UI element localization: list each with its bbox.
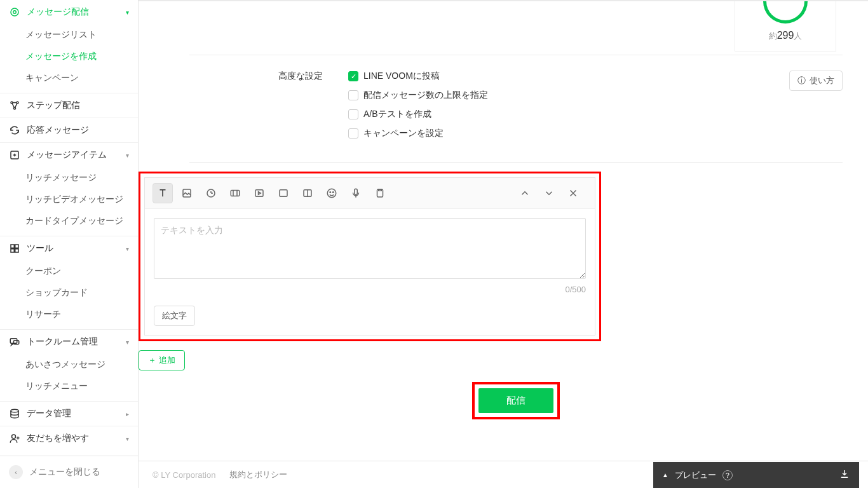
- grid-icon: [9, 243, 20, 254]
- chevron-down-icon: ▾: [126, 9, 129, 16]
- message-textarea[interactable]: [154, 218, 586, 279]
- checkbox-campaign[interactable]: キャンペーンを設定: [348, 128, 789, 139]
- tool-coupon-button[interactable]: [225, 183, 245, 203]
- nav-label: メッセージアイテム: [27, 149, 126, 161]
- tool-richvideo-button[interactable]: [297, 183, 318, 203]
- help-icon: ?: [722, 470, 733, 480]
- close-block-button[interactable]: [563, 183, 583, 203]
- advanced-settings-label: 高度な設定: [189, 71, 348, 147]
- add-friend-icon: [9, 433, 20, 444]
- send-button[interactable]: 配信: [478, 388, 553, 413]
- sidebar-item-rich-message[interactable]: リッチメッセージ: [0, 167, 138, 189]
- svg-point-12: [11, 409, 18, 412]
- sidebar-item-rich-video[interactable]: リッチビデオメッセージ: [0, 189, 138, 210]
- svg-point-4: [14, 107, 16, 109]
- sidebar-item-message-list[interactable]: メッセージリスト: [0, 24, 138, 46]
- svg-point-1: [11, 8, 18, 16]
- svg-rect-17: [255, 190, 263, 197]
- nav-section-broadcast[interactable]: メッセージ配信 ▾: [0, 0, 138, 24]
- sidebar-item-coupon[interactable]: クーポン: [0, 261, 138, 282]
- policy-link[interactable]: 規約とポリシー: [229, 469, 287, 480]
- plus-icon: ＋: [148, 355, 156, 366]
- nav-section-message-items[interactable]: メッセージアイテム ▾: [0, 143, 138, 167]
- tool-voice-button[interactable]: [346, 183, 366, 203]
- tool-stamp-button[interactable]: [201, 183, 221, 203]
- nav-label: 友だちを増やす: [27, 433, 126, 444]
- sidebar-item-campaign[interactable]: キャンペーン: [0, 67, 138, 89]
- sidebar-item-greeting[interactable]: あいさつメッセージ: [0, 354, 138, 376]
- chevron-down-icon: ▾: [126, 245, 129, 252]
- nav-section-tools[interactable]: ツール ▾: [0, 236, 138, 261]
- tool-richmsg-button[interactable]: [273, 183, 294, 203]
- sidebar-item-rich-menu[interactable]: リッチメニュー: [0, 376, 138, 397]
- char-counter: 0/500: [154, 285, 586, 294]
- checkbox-label: A/Bテストを作成: [363, 109, 431, 120]
- editor-toolbar: [145, 178, 595, 209]
- move-up-button[interactable]: [515, 183, 535, 203]
- sidebar: メッセージ配信 ▾ メッセージリスト メッセージを作成 キャンペーン ステップ配…: [0, 0, 139, 488]
- copyright-text: © LY Corporation: [153, 470, 215, 480]
- tool-survey-button[interactable]: [370, 183, 390, 203]
- svg-rect-9: [15, 249, 18, 252]
- chevron-down-icon: ▾: [126, 339, 129, 346]
- tool-video-button[interactable]: [249, 183, 269, 203]
- chat-icon: [9, 336, 20, 348]
- tool-image-button[interactable]: [177, 183, 197, 203]
- sidebar-item-add-guide[interactable]: 友だち追加ガイド: [0, 451, 138, 456]
- sidebar-item-message-create[interactable]: メッセージを作成: [0, 46, 138, 67]
- checkbox-label: LINE VOOMに投稿: [363, 71, 440, 82]
- message-editor: 0/500 絵文字: [144, 177, 595, 336]
- add-box-icon: [9, 149, 20, 161]
- svg-rect-7: [15, 245, 18, 248]
- database-icon: [9, 408, 20, 419]
- nav-section-grow-friends[interactable]: 友だちを増やす ▾: [0, 426, 138, 451]
- sidebar-collapse-button[interactable]: ‹ メニューを閉じる: [0, 456, 138, 488]
- nav-label: 応答メッセージ: [27, 125, 129, 136]
- add-label: 追加: [159, 355, 175, 366]
- add-block-button[interactable]: ＋ 追加: [139, 350, 185, 370]
- sidebar-item-research[interactable]: リサーチ: [0, 304, 138, 325]
- main: 約299人 高度な設定 ✓ LINE VOOMに投稿: [139, 0, 868, 488]
- checkbox-icon: ✓: [348, 71, 358, 81]
- usage-button[interactable]: ⓘ 使い方: [789, 71, 843, 91]
- svg-rect-8: [11, 249, 14, 252]
- nav-section-auto-response[interactable]: 応答メッセージ: [0, 118, 138, 142]
- sidebar-close-label: メニューを閉じる: [29, 466, 100, 478]
- svg-rect-18: [280, 190, 287, 197]
- checkbox-icon: [348, 109, 358, 119]
- sidebar-item-shop-card[interactable]: ショップカード: [0, 282, 138, 304]
- usage-label: 使い方: [810, 75, 834, 86]
- reply-icon: [9, 125, 20, 136]
- nav-label: ステップ配信: [27, 100, 129, 111]
- download-icon[interactable]: [839, 468, 850, 482]
- svg-point-22: [333, 192, 334, 193]
- emoji-insert-button[interactable]: 絵文字: [154, 306, 195, 326]
- sidebar-item-card-type[interactable]: カードタイプメッセージ: [0, 210, 138, 232]
- chevron-down-icon: ▾: [126, 435, 129, 442]
- checkbox-label: キャンペーンを設定: [363, 128, 444, 139]
- preview-bar[interactable]: ▲ プレビュー ?: [653, 462, 859, 488]
- svg-point-3: [17, 102, 18, 104]
- svg-point-21: [330, 192, 331, 193]
- nav-section-step[interactable]: ステップ配信: [0, 93, 138, 118]
- checkbox-icon: [348, 90, 358, 100]
- reach-count-text: 約299人: [769, 30, 803, 42]
- nav-section-data[interactable]: データ管理 ▸: [0, 402, 138, 426]
- svg-rect-16: [231, 191, 240, 196]
- checkbox-label: 配信メッセージ数の上限を指定: [363, 90, 488, 101]
- triangle-up-icon: ▲: [662, 471, 668, 478]
- checkbox-line-voom[interactable]: ✓ LINE VOOMに投稿: [348, 71, 789, 82]
- checkbox-ab-test[interactable]: A/Bテストを作成: [348, 109, 789, 120]
- target-reach-card: 約299人: [735, 1, 836, 51]
- tool-emoji-button[interactable]: [322, 183, 342, 203]
- tool-text-button[interactable]: [153, 183, 173, 203]
- checkbox-icon: [348, 128, 358, 139]
- checkbox-limit-messages[interactable]: 配信メッセージ数の上限を指定: [348, 90, 789, 101]
- nav-section-talkroom[interactable]: トークルーム管理 ▾: [0, 330, 138, 354]
- move-down-button[interactable]: [539, 183, 559, 203]
- nav-label: データ管理: [27, 408, 126, 419]
- step-icon: [9, 100, 20, 111]
- broadcast-icon: [9, 6, 20, 18]
- preview-label: プレビュー: [675, 470, 716, 481]
- reach-gauge-icon: [763, 1, 808, 24]
